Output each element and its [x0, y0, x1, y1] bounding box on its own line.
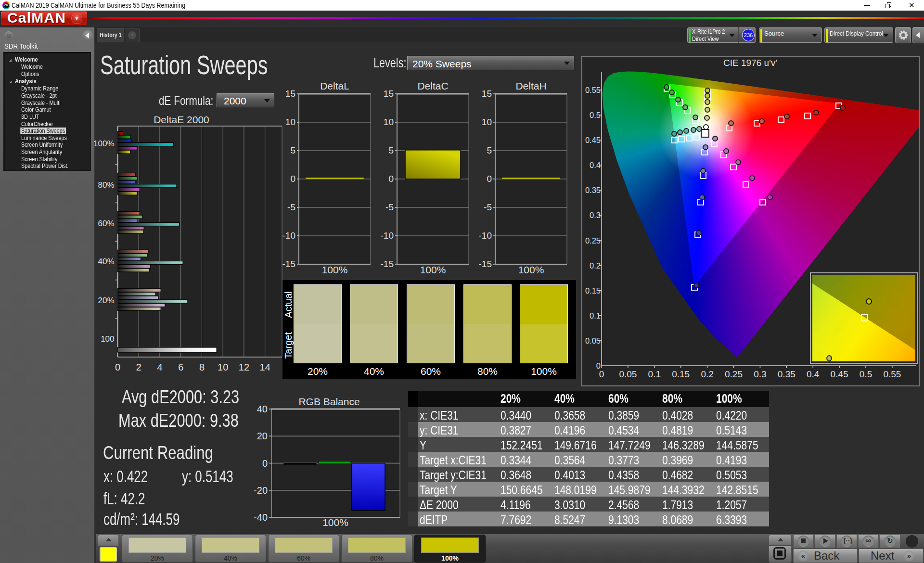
- svg-text:40: 40: [257, 404, 268, 414]
- svg-text:100%: 100%: [93, 139, 114, 148]
- svg-text:10: 10: [285, 117, 295, 127]
- svg-text:40%: 40%: [98, 257, 114, 266]
- svg-text:0.55: 0.55: [585, 86, 601, 94]
- svg-text:-10: -10: [282, 230, 295, 241]
- svg-text:100: 100: [101, 334, 114, 344]
- svg-text:5: 5: [388, 145, 394, 155]
- svg-text:10: 10: [482, 117, 492, 127]
- svg-text:-15: -15: [381, 259, 394, 269]
- svg-text:0.15: 0.15: [672, 369, 690, 379]
- svg-text:0: 0: [115, 362, 120, 372]
- svg-text:20: 20: [257, 431, 268, 441]
- svg-text:-20: -20: [254, 485, 268, 496]
- svg-text:-15: -15: [479, 259, 492, 269]
- svg-text:0.25: 0.25: [725, 369, 743, 379]
- svg-text:0: 0: [388, 174, 394, 184]
- svg-text:15: 15: [482, 89, 492, 99]
- svg-text:-5: -5: [287, 202, 295, 212]
- svg-text:-40: -40: [254, 512, 268, 523]
- svg-text:8: 8: [199, 362, 205, 372]
- svg-text:DeltaL: DeltaL: [320, 81, 349, 91]
- svg-text:0.55: 0.55: [883, 369, 901, 379]
- svg-text:-15: -15: [282, 259, 295, 269]
- svg-text:5: 5: [487, 145, 492, 155]
- svg-text:15: 15: [384, 89, 394, 99]
- svg-text:-5: -5: [484, 202, 492, 212]
- svg-text:6: 6: [178, 362, 183, 372]
- svg-text:0.3: 0.3: [754, 369, 766, 379]
- svg-text:0.35: 0.35: [585, 186, 601, 194]
- svg-text:RGB Balance: RGB Balance: [298, 397, 359, 407]
- svg-text:0.1: 0.1: [648, 369, 661, 379]
- svg-text:-5: -5: [385, 202, 394, 212]
- svg-text:DeltaC: DeltaC: [417, 81, 448, 91]
- svg-text:0.05: 0.05: [619, 369, 637, 379]
- svg-text:-10: -10: [381, 230, 394, 241]
- svg-text:-10: -10: [479, 230, 492, 241]
- svg-text:0.45: 0.45: [585, 136, 601, 144]
- svg-text:0.35: 0.35: [778, 369, 796, 379]
- svg-text:10: 10: [218, 362, 228, 372]
- svg-text:CIE 1976 u'v': CIE 1976 u'v': [723, 58, 777, 68]
- svg-text:4: 4: [157, 362, 162, 372]
- svg-text:0: 0: [487, 174, 492, 184]
- svg-text:2: 2: [136, 362, 141, 372]
- svg-text:0.4: 0.4: [807, 369, 820, 379]
- svg-text:0.5: 0.5: [590, 111, 601, 119]
- svg-text:0.2: 0.2: [590, 261, 601, 270]
- svg-text:0: 0: [290, 174, 295, 184]
- svg-text:14: 14: [260, 362, 270, 372]
- svg-text:0.25: 0.25: [585, 236, 601, 245]
- svg-text:0: 0: [596, 361, 601, 370]
- svg-text:DeltaH: DeltaH: [515, 81, 546, 91]
- svg-text:10: 10: [384, 117, 394, 127]
- svg-text:12: 12: [239, 362, 249, 372]
- svg-text:100%: 100%: [322, 517, 348, 528]
- svg-text:0: 0: [262, 458, 268, 469]
- svg-text:80%: 80%: [98, 180, 114, 190]
- svg-text:100%: 100%: [322, 264, 348, 275]
- svg-text:60%: 60%: [98, 219, 114, 228]
- svg-text:20%: 20%: [98, 296, 114, 305]
- svg-text:0.5: 0.5: [860, 369, 872, 379]
- svg-text:0.45: 0.45: [831, 369, 848, 379]
- svg-text:0.4: 0.4: [590, 161, 601, 169]
- svg-text:0: 0: [599, 369, 604, 379]
- svg-text:DeltaE 2000: DeltaE 2000: [154, 115, 209, 125]
- svg-text:0.05: 0.05: [585, 336, 601, 345]
- svg-text:100%: 100%: [420, 264, 446, 275]
- svg-text:0.15: 0.15: [585, 286, 601, 295]
- svg-text:100%: 100%: [518, 264, 544, 275]
- svg-text:5: 5: [290, 145, 295, 155]
- svg-text:0.3: 0.3: [590, 211, 601, 219]
- svg-text:15: 15: [285, 89, 295, 99]
- svg-text:0.1: 0.1: [590, 311, 601, 320]
- svg-text:0.2: 0.2: [701, 369, 713, 379]
